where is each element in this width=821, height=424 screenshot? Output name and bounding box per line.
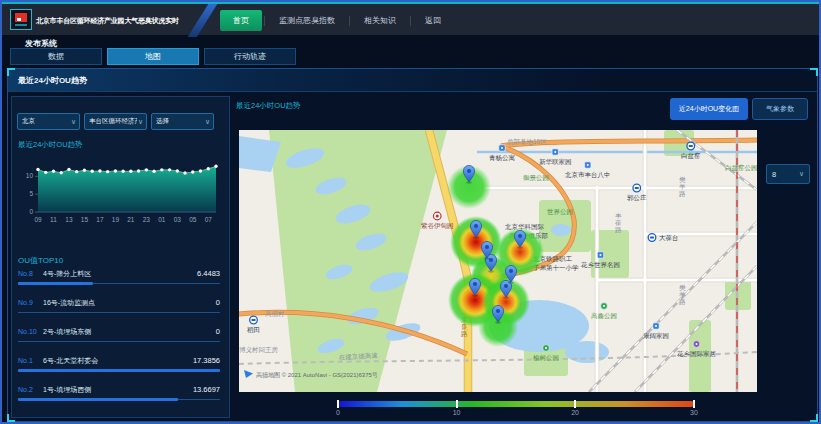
header-bar: 北京市丰台区循环经济产业园大气恶臭状况实时 首页监测点恶臭指数相关知识返回 [2,2,819,35]
svg-text:白盆窑: 白盆窑 [681,152,701,160]
svg-text:世界公园: 世界公园 [547,208,573,215]
svg-text:青杨公寓: 青杨公寓 [489,154,516,162]
row-rank: No.8 [18,270,43,277]
svg-text:樊羊路: 樊羊路 [679,284,686,306]
ou-top-list: No.84号-筛分上料区6.4483No.916号-流动监测点0No.102号-… [18,266,220,411]
select-value: 选择 [156,117,169,126]
scale-tick-label: 0 [336,409,340,416]
row-site-name: 1号-填埋场西侧 [43,385,193,395]
nav-item-knowledge[interactable]: 相关知识 [352,11,408,30]
svg-text:御景公园: 御景公园 [523,174,549,181]
row-rank: No.9 [18,299,43,306]
nav-item-back[interactable]: 返回 [413,11,453,30]
row-bar-fill [18,282,93,285]
poi-purple-icon [693,341,700,348]
svg-text:09: 09 [34,216,42,223]
view-tabs: 数据地图行动轨迹 [10,48,296,65]
corner-accent [810,68,818,76]
row-bar-fill [18,369,220,372]
svg-text:03: 03 [174,216,182,223]
svg-text:白盆窑公园: 白盆窑公园 [725,164,757,172]
svg-text:新华联家园: 新华联家园 [539,158,572,165]
poi-icon [597,252,603,258]
svg-text:高佃村: 高佃村 [265,310,285,318]
svg-text:19: 19 [112,216,120,223]
park-logo-icon [433,212,441,220]
svg-text:11: 11 [50,216,57,223]
right-chart-label: 最近24小时OU趋势 [236,101,301,111]
top-list-row[interactable]: No.916号-流动监测点0 [18,295,220,324]
tab-data[interactable]: 数据 [10,48,102,65]
color-scale-labels: 0102030 [338,409,694,419]
scale-tick-label: 20 [571,409,579,416]
svg-text:13: 13 [65,216,73,223]
map-label: 丰葆路 [615,212,622,234]
map-label: 御景公园 [523,174,549,181]
select-value: 丰台区循环经济产 [89,117,137,126]
svg-text:高德地图 © 2021 AutoNavi - GS(2021: 高德地图 © 2021 AutoNavi - GS(2021)6375号 [256,371,378,379]
row-bar-track [18,312,220,313]
tab-map[interactable]: 地图 [107,48,199,65]
map-label: 樊羊路 [679,284,686,306]
nav-item-home[interactable]: 首页 [220,10,262,31]
top-list-row[interactable]: No.84号-筛分上料区6.4483 [18,266,220,295]
panel-title: 最近24小时OU趋势 [18,69,817,92]
ou-trend-chart: 0510091113151719212301030507 [18,150,222,228]
svg-text:高鑫公园: 高鑫公园 [591,312,617,319]
svg-text:樊羊路: 樊羊路 [679,176,686,198]
map-label: 大葆台 [648,234,678,242]
select-park[interactable]: 丰台区循环经济产∨ [84,113,147,130]
svg-text:10: 10 [26,172,34,179]
scale-tick-mark [456,400,458,408]
corner-accent [7,68,15,76]
row-site-name: 4号-筛分上料区 [43,269,197,279]
scale-tick-mark [574,400,576,408]
weather-params-button[interactable]: 气象参数 [752,98,808,120]
row-rank: No.2 [18,386,43,393]
svg-text:5: 5 [29,190,33,197]
map-side-select[interactable]: 8 ∨ [766,164,810,184]
row-ou-value: 0 [216,327,220,336]
map-side-select-value: 8 [772,170,776,179]
map-container[interactable]: 总部基地10区青杨公寓新华联家园御景公园北京市丰台八中郭公庄白盆窑白盆窑公园世界… [239,130,757,392]
select-point[interactable]: 选择∨ [151,113,214,130]
top-list-row[interactable]: No.21号-填埋场西侧13.6697 [18,382,220,411]
row-ou-value: 13.6697 [193,385,220,394]
nav-item-odor-index[interactable]: 监测点恶臭指数 [267,11,347,30]
app-window: 北京市丰台区循环经济产业园大气恶臭状况实时 首页监测点恶臭指数相关知识返回 发布… [0,0,821,424]
map-canvas[interactable]: 总部基地10区青杨公寓新华联家园御景公园北京市丰台八中郭公庄白盆窑白盆窑公园世界… [239,130,757,392]
row-ou-value: 0 [216,298,220,307]
svg-text:07: 07 [205,216,213,223]
map-label: 高佃村 [265,310,285,318]
logo-subline [15,24,27,26]
svg-text:榆树公园: 榆树公园 [533,354,559,361]
ou-change-map-button[interactable]: 近24小时OU变化图 [670,98,748,120]
poi-icon [585,162,591,168]
ou-color-scale: 0102030 [338,401,694,419]
panel-header: 最近24小时OU趋势 [8,69,817,92]
top-list-row[interactable]: No.16号-北天堂村委会17.3856 [18,353,220,382]
poi-icon [499,145,505,151]
filter-selects: 北京∨丰台区循环经济产∨选择∨ [17,113,214,130]
left-trend-panel: 北京∨丰台区循环经济产∨选择∨ 最近24小时OU趋势 0510091113151… [11,96,230,418]
svg-text:0: 0 [29,208,33,215]
metro-station-icon [633,184,641,192]
svg-text:花乡国际家居: 花乡国际家居 [676,350,717,358]
top-list-row[interactable]: No.102号-填埋场东侧0 [18,324,220,353]
tab-track[interactable]: 行动轨迹 [204,48,296,65]
chevron-down-icon: ∨ [205,118,210,126]
svg-text:17: 17 [96,216,104,223]
row-ou-value: 6.4483 [197,269,220,278]
scale-tick-mark [693,400,695,408]
row-ou-value: 17.3856 [193,356,220,365]
svg-text:郭公庄: 郭公庄 [627,194,647,202]
select-city[interactable]: 北京∨ [17,113,80,130]
left-chart-label: 最近24小时OU趋势 [18,140,83,150]
metro-station-icon [648,234,656,242]
row-site-name: 16号-流动监测点 [43,298,216,308]
scale-tick-label: 10 [453,409,461,416]
svg-text:15: 15 [81,216,89,223]
nav-separator [349,16,350,26]
corner-accent [810,414,818,422]
svg-text:康阔家园: 康阔家园 [643,332,669,340]
